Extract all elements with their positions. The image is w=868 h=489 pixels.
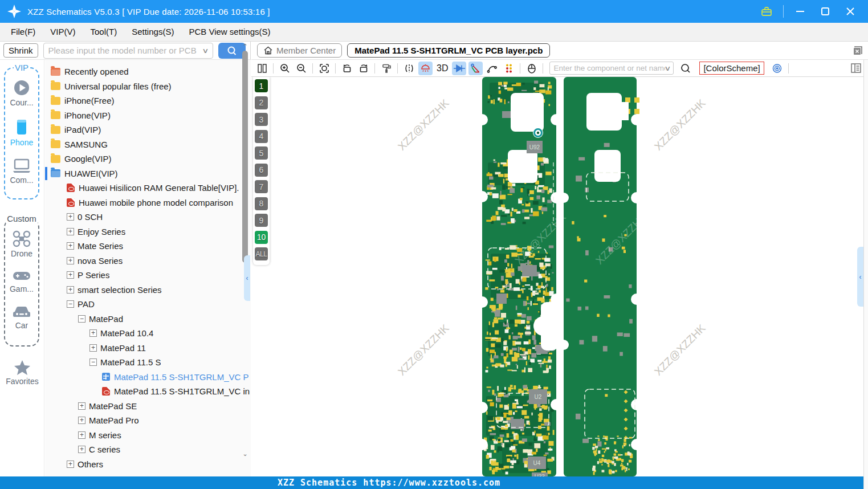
expand-icon[interactable]: +	[67, 271, 74, 279]
tree-item[interactable]: MatePad 11.5 S-SH1TGRLM_VC in	[45, 384, 251, 399]
layer-button-5[interactable]: 5	[255, 146, 268, 160]
expand-icon[interactable]: +	[78, 417, 85, 424]
zoom-out-icon[interactable]	[294, 62, 308, 75]
layer-button-1[interactable]: 1	[255, 79, 268, 92]
net-search-icon[interactable]	[678, 62, 692, 75]
mouse-settings-icon[interactable]	[524, 62, 539, 75]
zoom-in-icon[interactable]	[278, 62, 292, 75]
model-search-input[interactable]: Please input the model number or PCB ∨	[43, 43, 213, 59]
tree-item[interactable]: +P Series	[45, 268, 251, 283]
tree-item[interactable]: Huawei mobile phone model comparison	[45, 195, 251, 210]
layer-button-all[interactable]: ALL	[255, 247, 268, 260]
colorscheme-button[interactable]: [ColorScheme]	[699, 62, 764, 75]
member-center-button[interactable]: Member Center	[257, 43, 342, 58]
rotate-ccw-icon[interactable]	[340, 62, 354, 75]
split-view-icon[interactable]	[255, 62, 269, 75]
vip-briefcase-icon[interactable]	[758, 4, 775, 19]
layer-button-2[interactable]: 2	[255, 96, 268, 109]
menu-item-file[interactable]: File(F)	[3, 23, 43, 41]
sidebar-item-favorites[interactable]: Favorites	[0, 359, 44, 386]
pcb-canvas[interactable]: 12345678910ALL U92U2U4U33XZZ@XZZHKXZZ@XZ…	[251, 77, 868, 476]
expand-icon[interactable]: +	[89, 344, 97, 352]
diode-net-icon[interactable]	[452, 62, 466, 75]
layer-button-3[interactable]: 3	[255, 113, 268, 126]
close-all-tabs-icon[interactable]	[852, 45, 863, 56]
menu-item-vip[interactable]: VIP(V)	[43, 23, 83, 41]
collapse-icon[interactable]: −	[78, 315, 85, 323]
sidebar-item-cour[interactable]: Cour...	[5, 79, 38, 107]
tree-scrollbar[interactable]: ⌃ ⌄	[242, 43, 248, 457]
tree-scrollbar-thumb[interactable]	[242, 51, 248, 263]
tree-item[interactable]: +MatePad 11	[45, 341, 251, 356]
side-panel-toggle-icon[interactable]	[850, 62, 862, 74]
layer-button-6[interactable]: 6	[255, 164, 268, 177]
tree-item[interactable]: +Others	[45, 457, 251, 472]
tree-item[interactable]: +MatePad Pro	[45, 413, 251, 428]
sidebar-item-phone[interactable]: Phone	[5, 117, 38, 147]
tree-item[interactable]: SAMSUNG	[45, 137, 251, 152]
color-dots-icon[interactable]	[502, 62, 516, 75]
pcb-board-right[interactable]	[564, 77, 637, 476]
sidebar-item-com[interactable]: Com...	[5, 157, 38, 185]
collapse-right-panel-handle[interactable]: ‹	[857, 247, 863, 307]
tree-item[interactable]: +Enjoy Series	[45, 225, 251, 239]
fit-view-icon[interactable]	[317, 62, 331, 75]
menu-item-pcb-view-settings[interactable]: PCB View settings(S)	[181, 23, 278, 41]
collapse-left-panel-handle[interactable]: ‹	[244, 255, 250, 301]
tree-item[interactable]: HUAWEI(VIP)	[45, 166, 251, 181]
tree-item[interactable]: +MatePad 10.4	[45, 326, 251, 341]
sidebar-item-car[interactable]: Car	[5, 304, 38, 330]
3d-view-button[interactable]: 3D	[435, 63, 450, 74]
expand-icon[interactable]: +	[67, 257, 74, 264]
expand-icon[interactable]: +	[78, 402, 85, 410]
menu-item-settings[interactable]: Settings(S)	[124, 23, 181, 41]
expand-icon[interactable]: +	[89, 329, 97, 337]
tree-item[interactable]: +nova Series	[45, 254, 251, 268]
expand-icon[interactable]: +	[78, 446, 85, 453]
tree-item[interactable]: iPhone(VIP)	[45, 108, 251, 123]
expand-icon[interactable]: +	[67, 242, 74, 250]
tree-item[interactable]: iPhone(Free)	[45, 93, 251, 108]
close-button[interactable]	[842, 4, 859, 19]
pcb-board-view[interactable]: U92U2U4U33XZZ@XZZHKXZZ@XZZHKXZZ@XZZHKXZZ…	[251, 77, 868, 476]
expand-icon[interactable]: +	[67, 213, 74, 221]
tree-item[interactable]: +Mate Series	[45, 239, 251, 254]
chevron-down-icon[interactable]: ∨	[664, 64, 671, 72]
maximize-button[interactable]	[817, 4, 834, 19]
tree-item[interactable]: MatePad 11.5 S-SH1TGRLM_VC P	[45, 370, 251, 385]
measure-lines-icon[interactable]	[468, 62, 483, 75]
tree-item[interactable]: +M series	[45, 428, 251, 443]
scroll-down-icon[interactable]: ⌄	[242, 450, 248, 457]
mirror-flip-icon[interactable]	[402, 62, 416, 75]
sidebar-item-drone[interactable]: Drone	[5, 230, 38, 258]
layer-button-8[interactable]: 8	[255, 197, 268, 210]
layer-button-7[interactable]: 7	[255, 180, 268, 193]
sidebar-item-gam[interactable]: Gam...	[5, 268, 38, 294]
arc-route-icon[interactable]	[485, 62, 499, 75]
tree-item[interactable]: +smart selection Series	[45, 283, 251, 298]
tree-item[interactable]: Google(VIP)	[45, 152, 251, 166]
chevron-down-icon[interactable]: ∨	[202, 47, 209, 55]
paint-roller-icon[interactable]	[379, 62, 393, 75]
layer-button-9[interactable]: 9	[255, 214, 268, 227]
scroll-up-icon[interactable]: ⌃	[242, 43, 248, 50]
expand-icon[interactable]: +	[67, 461, 74, 468]
tree-item[interactable]: Huawei Hisilicon RAM General Table[VIP].	[45, 181, 251, 195]
tree-item[interactable]: iPad(VIP)	[45, 123, 251, 137]
pcb-document-tab[interactable]: MatePad 11.5 S-SH1TGRLM_VC PCB layer.pcb	[347, 43, 550, 58]
eye-visibility-icon[interactable]	[770, 62, 784, 75]
minimize-button[interactable]	[792, 4, 809, 19]
tree-item[interactable]: −MatePad	[45, 312, 251, 327]
tree-item[interactable]: Recently opened	[45, 64, 251, 79]
menu-item-tool[interactable]: Tool(T)	[83, 23, 125, 41]
rotate-cw-icon[interactable]	[356, 62, 370, 75]
expand-icon[interactable]: +	[78, 431, 85, 439]
layer-button-4[interactable]: 4	[255, 130, 268, 143]
tree-item[interactable]: +C series	[45, 442, 251, 457]
tree-item[interactable]: −MatePad 11.5 S	[45, 355, 251, 370]
tree-item[interactable]: +0 SCH	[45, 210, 251, 225]
tree-item[interactable]: +MatePad SE	[45, 399, 251, 414]
layer-button-10[interactable]: 10	[255, 231, 268, 244]
expand-icon[interactable]: +	[67, 228, 74, 235]
collapse-icon[interactable]: −	[89, 358, 97, 366]
